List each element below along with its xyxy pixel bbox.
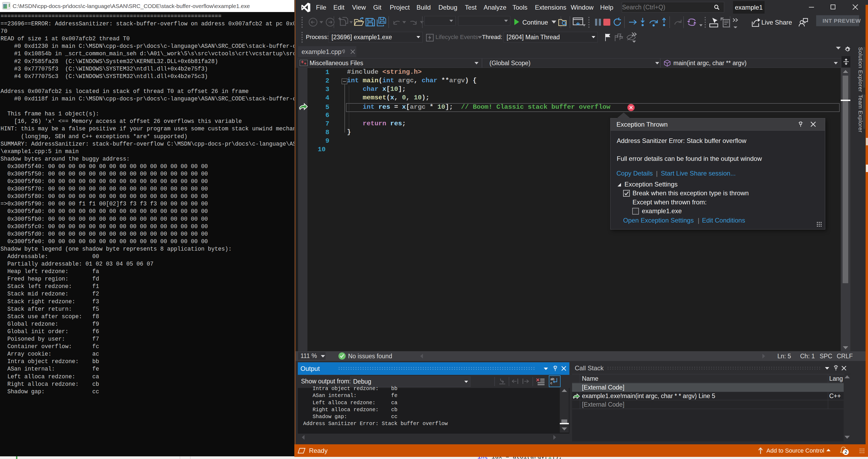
svg-text:ab: ab <box>551 377 554 381</box>
svg-text:c: c <box>551 381 552 385</box>
